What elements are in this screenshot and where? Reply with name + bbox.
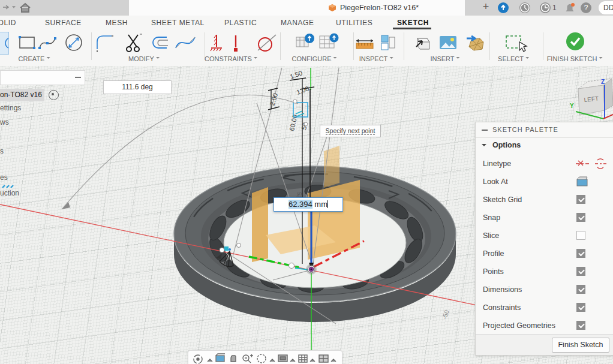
timeline-badge: 1: [552, 4, 557, 12]
chevron-down-icon: [156, 57, 160, 61]
option-look-at: Look At: [483, 178, 508, 186]
offset-tool-icon[interactable]: [149, 32, 169, 54]
spline-edit-tool-icon[interactable]: [174, 32, 194, 54]
tab-solid[interactable]: SOLID: [0, 19, 16, 29]
option-linetype: Linetype: [483, 160, 511, 168]
text-caret: [327, 200, 328, 208]
chevron-down-icon: [254, 57, 257, 61]
option-constraints: Constraints: [483, 303, 521, 312]
tab-utilities[interactable]: UTILITIES: [336, 19, 372, 29]
group-configure[interactable]: CONFIGURE: [292, 55, 337, 62]
constraint-tangent-icon[interactable]: [254, 32, 275, 54]
ribbon: SOLID SURFACE MESH SHEET METAL PLASTIC M…: [0, 16, 613, 67]
new-tab-icon[interactable]: +: [480, 1, 492, 13]
option-dimensions: Dimensions: [483, 285, 522, 294]
job-status-icon[interactable]: [519, 2, 530, 13]
configure-table-icon[interactable]: [318, 32, 338, 54]
home-icon[interactable]: [19, 2, 32, 13]
option-snap: Snap: [483, 213, 500, 222]
look-at-icon[interactable]: [576, 176, 589, 188]
chevron-down-icon: [46, 57, 50, 61]
navbar-icons: [194, 354, 336, 363]
group-separator: [91, 32, 92, 60]
fillet-tool-icon[interactable]: [95, 32, 115, 54]
group-insert[interactable]: INSERT: [430, 55, 459, 62]
viewcube-z-label: Z: [601, 79, 605, 85]
arc-arrowhead: [62, 202, 70, 209]
document-title: PiegeFrelon-TO82 v16*: [340, 4, 419, 12]
view-cube[interactable]: LEFT Z Y: [564, 71, 613, 126]
chevron-down-icon: [333, 57, 337, 61]
group-separator: [489, 32, 490, 60]
dimension-input[interactable]: 62.394 mm: [274, 197, 343, 212]
group-inspect[interactable]: INSPECT: [359, 55, 393, 62]
palette-footer: Finish Sketch: [476, 334, 613, 355]
svg-text:2.00: 2.00: [268, 92, 279, 107]
spline-tool-icon[interactable]: [37, 32, 58, 54]
tab-manage[interactable]: MANAGE: [281, 19, 314, 29]
rectangle-tool-icon[interactable]: [17, 32, 37, 54]
points-checkbox[interactable]: [576, 267, 585, 276]
tab-mesh[interactable]: MESH: [106, 19, 128, 29]
sketch-point[interactable]: [289, 263, 295, 269]
linetype-icons[interactable]: [575, 158, 608, 169]
tab-plastic[interactable]: PLASTIC: [224, 19, 257, 29]
option-profile: Profile: [483, 249, 504, 258]
group-constraints[interactable]: CONSTRAINTS: [205, 55, 257, 62]
line-tool-active-icon[interactable]: [0, 32, 9, 55]
extensions-icon[interactable]: [498, 2, 509, 13]
nav-forward-icon[interactable]: [2, 4, 18, 13]
option-slice: Slice: [483, 231, 499, 240]
user-avatar[interactable]: DD: [599, 1, 613, 14]
group-create[interactable]: CREATE: [19, 55, 50, 62]
sketch-palette: SKETCH PALETTE Options Linetype Look At …: [475, 122, 613, 356]
sketch-grid-checkbox[interactable]: [576, 195, 585, 204]
finish-sketch-button[interactable]: Finish Sketch: [552, 338, 609, 353]
group-select[interactable]: SELECT: [498, 55, 529, 62]
section-analysis-icon[interactable]: [378, 32, 398, 54]
document-cube-icon: [328, 4, 336, 12]
select-tool-icon[interactable]: [504, 32, 524, 54]
title-bar: PiegeFrelon-TO82 v16* × + 1 ? DD: [0, 0, 613, 16]
options-section-label[interactable]: Options: [492, 141, 521, 149]
palette-title: SKETCH PALETTE: [492, 126, 558, 133]
section-caret-icon[interactable]: [482, 144, 486, 149]
insert-derive-icon[interactable]: [411, 32, 432, 54]
projected-geometries-checkbox[interactable]: [576, 321, 585, 330]
trim-scissors-icon[interactable]: [124, 32, 144, 54]
circle-diameter-tool-icon[interactable]: [64, 32, 84, 54]
constraints-checkbox[interactable]: [576, 303, 585, 312]
tab-surface[interactable]: SURFACE: [45, 19, 82, 29]
constraint-vertical-icon[interactable]: [227, 32, 247, 54]
minimize-icon[interactable]: [482, 130, 488, 131]
configure-feature-icon[interactable]: [294, 32, 314, 54]
profile-checkbox[interactable]: [576, 249, 585, 258]
tab-sheet-metal[interactable]: SHEET METAL: [151, 19, 205, 29]
constraint-fix-icon[interactable]: [208, 32, 228, 54]
timeline-clock-icon[interactable]: [540, 2, 551, 13]
angle-dimension-box[interactable]: 111.6 deg: [103, 80, 172, 94]
option-projected-geometries: Projected Geometries: [483, 321, 555, 330]
option-sketch-grid: Sketch Grid: [483, 195, 522, 204]
group-finish-sketch[interactable]: FINISH SKETCH: [547, 55, 603, 62]
prompt-tooltip: Specify next point: [320, 125, 381, 137]
grid-coordinate-label: -50: [440, 309, 450, 320]
option-points: Points: [483, 267, 504, 276]
insert-dxf-icon[interactable]: [464, 32, 485, 54]
chevron-down-icon: [456, 57, 460, 61]
viewcube-y-label: Y: [570, 103, 574, 109]
notifications-bell-icon[interactable]: [564, 2, 575, 13]
insert-image-icon[interactable]: [438, 32, 458, 54]
group-separator: [280, 32, 281, 60]
document-tab[interactable]: PiegeFrelon-TO82 v16* ×: [129, 0, 465, 16]
finish-sketch-icon[interactable]: [565, 31, 585, 53]
dimensions-checkbox[interactable]: [576, 285, 585, 294]
slice-checkbox[interactable]: [576, 231, 585, 240]
group-modify[interactable]: MODIFY: [128, 55, 160, 62]
help-icon[interactable]: ?: [581, 2, 591, 13]
group-separator: [404, 32, 404, 60]
chevron-down-icon: [525, 57, 529, 61]
active-tab-underline: [393, 28, 431, 29]
snap-checkbox[interactable]: [576, 213, 585, 222]
measure-tool-icon[interactable]: [354, 32, 374, 54]
